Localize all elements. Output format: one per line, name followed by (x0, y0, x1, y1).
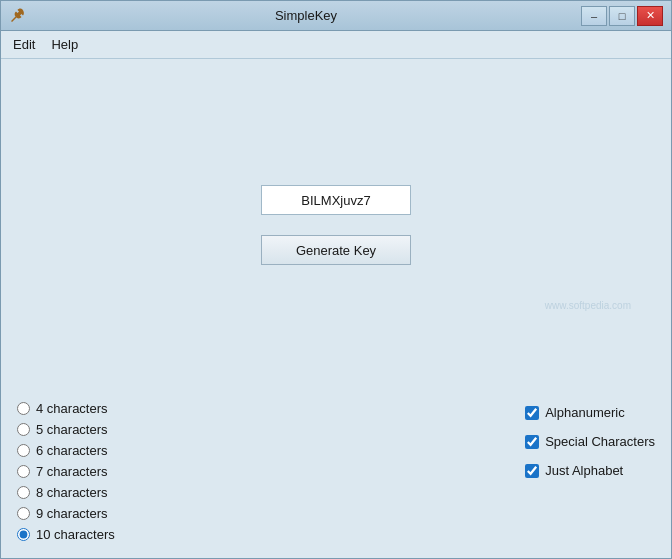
options-checkbox-group: Alphanumeric Special Characters Just Alp… (525, 401, 655, 478)
titlebar: SimpleKey – □ ✕ (1, 1, 671, 31)
radio-8-label: 8 characters (36, 485, 108, 500)
radio-6-chars[interactable]: 6 characters (17, 443, 115, 458)
just-alphabet-checkbox[interactable] (525, 464, 539, 478)
radio-9-label: 9 characters (36, 506, 108, 521)
maximize-button[interactable]: □ (609, 6, 635, 26)
menu-edit[interactable]: Edit (5, 33, 43, 56)
bottom-panel: 4 characters 5 characters 6 characters 7… (1, 391, 671, 558)
radio-9-chars[interactable]: 9 characters (17, 506, 115, 521)
app-icon (9, 8, 25, 24)
generate-key-button[interactable]: Generate Key (261, 235, 411, 265)
window-controls: – □ ✕ (581, 6, 663, 26)
radio-10-chars[interactable]: 10 characters (17, 527, 115, 542)
key-display-input[interactable] (261, 185, 411, 215)
radio-10-label: 10 characters (36, 527, 115, 542)
alphanumeric-label: Alphanumeric (545, 405, 625, 420)
main-content: Generate Key www.softpedia.com (1, 59, 671, 391)
radio-8-chars[interactable]: 8 characters (17, 485, 115, 500)
alphanumeric-checkbox-item[interactable]: Alphanumeric (525, 405, 625, 420)
radio-5-chars[interactable]: 5 characters (17, 422, 115, 437)
just-alphabet-checkbox-item[interactable]: Just Alphabet (525, 463, 623, 478)
special-chars-checkbox[interactable] (525, 435, 539, 449)
radio-4-chars[interactable]: 4 characters (17, 401, 115, 416)
character-count-radio-group: 4 characters 5 characters 6 characters 7… (17, 401, 115, 542)
radio-6-label: 6 characters (36, 443, 108, 458)
radio-5-label: 5 characters (36, 422, 108, 437)
just-alphabet-label: Just Alphabet (545, 463, 623, 478)
radio-9-input[interactable] (17, 507, 30, 520)
special-chars-label: Special Characters (545, 434, 655, 449)
special-chars-checkbox-item[interactable]: Special Characters (525, 434, 655, 449)
close-button[interactable]: ✕ (637, 6, 663, 26)
radio-7-label: 7 characters (36, 464, 108, 479)
radio-5-input[interactable] (17, 423, 30, 436)
radio-6-input[interactable] (17, 444, 30, 457)
watermark: www.softpedia.com (545, 300, 631, 311)
radio-10-input[interactable] (17, 528, 30, 541)
minimize-button[interactable]: – (581, 6, 607, 26)
main-window: SimpleKey – □ ✕ Edit Help Generate Key w… (0, 0, 672, 559)
window-title: SimpleKey (31, 8, 581, 23)
menu-help[interactable]: Help (43, 33, 86, 56)
radio-7-chars[interactable]: 7 characters (17, 464, 115, 479)
radio-8-input[interactable] (17, 486, 30, 499)
menubar: Edit Help (1, 31, 671, 59)
radio-7-input[interactable] (17, 465, 30, 478)
alphanumeric-checkbox[interactable] (525, 406, 539, 420)
radio-4-input[interactable] (17, 402, 30, 415)
radio-4-label: 4 characters (36, 401, 108, 416)
